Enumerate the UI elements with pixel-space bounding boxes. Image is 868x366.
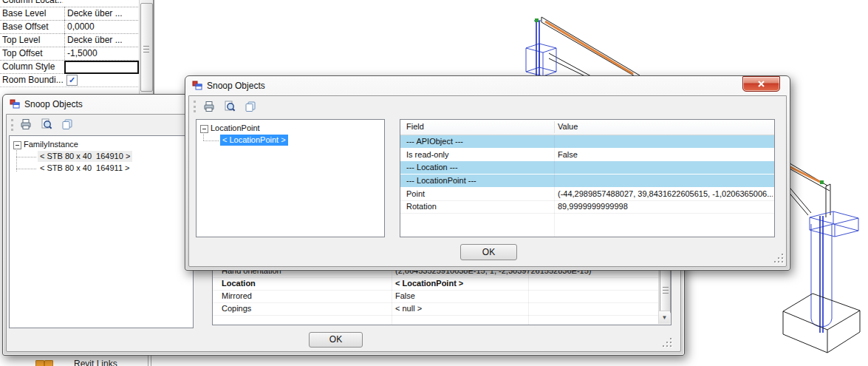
grid-row[interactable]: Mirrored False bbox=[213, 290, 671, 303]
property-label: Column Locat... bbox=[2, 0, 63, 7]
grid-cell-value: (-44,2989857488027, 39,8431622605615, -1… bbox=[558, 188, 773, 200]
property-label: Top Offset bbox=[2, 47, 63, 60]
grid-cell-field: Copings bbox=[222, 302, 251, 315]
grid-cell-field: --- Location --- bbox=[406, 161, 458, 174]
property-label: Column Style bbox=[2, 60, 63, 73]
grid-cell-value: < LocationPoint > bbox=[395, 277, 656, 290]
property-row: Top Level Decke über ... bbox=[0, 33, 138, 47]
print-preview-icon[interactable] bbox=[39, 118, 54, 131]
properties-palette: Column Locat... Base Level Decke über ..… bbox=[0, 0, 154, 95]
tree-item-selected[interactable]: < LocationPoint > bbox=[220, 135, 288, 146]
titlebar[interactable]: Snoop Objects bbox=[185, 76, 790, 95]
revit-links-icon bbox=[44, 360, 53, 366]
grid-row[interactable]: Copings < null > bbox=[213, 302, 671, 316]
grid-cell-value: 89,9999999999998 bbox=[558, 200, 773, 213]
grid-scrollbar-thumb[interactable] bbox=[660, 267, 671, 314]
endpoint-green-left bbox=[535, 18, 539, 22]
beam-orange-left bbox=[545, 21, 633, 74]
print-preview-icon[interactable] bbox=[222, 100, 237, 113]
grid-row[interactable]: Is read-only False bbox=[400, 149, 774, 162]
grid-row[interactable]: Point (-44,2989857488027, 39,84316226056… bbox=[400, 188, 774, 201]
window-icon bbox=[10, 99, 20, 109]
snoop-tree-panel: LocationPoint < LocationPoint > bbox=[196, 119, 385, 237]
property-label: Top Level bbox=[2, 33, 63, 47]
resize-grip[interactable] bbox=[663, 339, 673, 348]
tree-item[interactable]: < STB 80 x 40 164910 > bbox=[38, 151, 132, 162]
property-value[interactable]: -1,5000 bbox=[64, 47, 138, 60]
tree-root-item[interactable]: FamilyInstance bbox=[24, 139, 78, 150]
tree-connector bbox=[203, 132, 205, 140]
print-icon[interactable] bbox=[18, 118, 33, 131]
property-row: Base Level Decke über ... bbox=[0, 7, 138, 21]
tree-connector bbox=[16, 169, 36, 170]
property-label: Room Boundi... bbox=[2, 73, 63, 87]
grid-header[interactable]: Field Value bbox=[400, 120, 774, 135]
endpoint-green-right bbox=[820, 180, 824, 184]
snoop-grid-panel: Field Value --- APIObject --- Is read-on… bbox=[400, 119, 775, 237]
window-title: Snoop Objects bbox=[207, 81, 265, 91]
room-bounding-checkbox[interactable]: ✓ bbox=[66, 75, 78, 86]
grid-row-category[interactable]: --- APIObject --- bbox=[400, 135, 774, 149]
copy-icon[interactable] bbox=[60, 118, 75, 131]
close-icon bbox=[757, 81, 765, 87]
grid-cell-value: < null > bbox=[395, 302, 656, 315]
property-value[interactable]: Decke über ... bbox=[64, 33, 138, 47]
scroll-down-button[interactable]: ▼ bbox=[659, 311, 670, 324]
grid-header-field[interactable]: Field bbox=[406, 122, 424, 131]
grid-row-category[interactable]: --- LocationPoint --- bbox=[400, 174, 774, 188]
column-left bbox=[534, 21, 541, 75]
revit-links-icon bbox=[35, 360, 44, 366]
palette-border bbox=[153, 0, 154, 95]
close-button[interactable] bbox=[742, 76, 780, 92]
window-client: LocationPoint < LocationPoint > Field Va… bbox=[188, 95, 787, 267]
grid-cell-field: --- APIObject --- bbox=[406, 135, 463, 148]
snoop-objects-window-front: Snoop Objects bbox=[185, 75, 790, 271]
grid-cell-field: --- LocationPoint --- bbox=[406, 174, 476, 187]
ok-button[interactable]: OK bbox=[460, 244, 517, 260]
property-value[interactable]: Decke über ... bbox=[64, 7, 138, 20]
property-row: Base Offset 0,0000 bbox=[0, 20, 138, 34]
column-box-right bbox=[810, 211, 858, 327]
property-row: Top Offset -1,5000 bbox=[0, 47, 138, 61]
resize-grip[interactable] bbox=[775, 254, 785, 264]
grid-row-category[interactable]: --- Location --- bbox=[400, 161, 774, 174]
property-row: Column Style bbox=[0, 60, 138, 74]
grid-row[interactable]: Location < LocationPoint > bbox=[213, 277, 671, 291]
grid-header-value[interactable]: Value bbox=[558, 122, 578, 131]
window-title: Snoop Objects bbox=[24, 99, 83, 109]
down-arrow-icon: ▼ bbox=[662, 314, 668, 321]
grid-cell-value: False bbox=[558, 149, 773, 161]
window-icon bbox=[192, 81, 202, 91]
ok-button[interactable]: OK bbox=[309, 332, 363, 348]
tree-connector bbox=[203, 140, 219, 142]
property-label: Base Offset bbox=[2, 20, 63, 33]
grid-column-separator bbox=[554, 135, 555, 237]
grid-cell-value: False bbox=[395, 290, 656, 302]
copy-icon[interactable] bbox=[243, 100, 258, 113]
grid-cell-field: Location bbox=[222, 277, 256, 290]
check-icon: ✓ bbox=[69, 75, 75, 84]
toolbar-grip bbox=[194, 101, 198, 112]
grid-header-separator[interactable] bbox=[554, 121, 555, 133]
print-icon[interactable] bbox=[202, 100, 216, 113]
grid-row[interactable]: Rotation 89,9999999999998 bbox=[400, 200, 774, 214]
grid-cell-field: Point bbox=[406, 188, 425, 200]
toolbar-grip bbox=[11, 119, 16, 131]
tree-root-item[interactable]: LocationPoint bbox=[211, 123, 260, 134]
grid-cell-field: Mirrored bbox=[222, 290, 252, 302]
property-label: Base Level bbox=[2, 7, 63, 20]
palette-scrollbar[interactable] bbox=[139, 0, 154, 95]
palette-scrollbar-thumb[interactable] bbox=[140, 3, 153, 92]
grid-cell-field: Is read-only bbox=[406, 149, 448, 161]
revit-links-label: Revit Links bbox=[74, 359, 117, 366]
grid-cell-field: Rotation bbox=[406, 200, 437, 213]
column-style-input[interactable] bbox=[64, 61, 139, 74]
tree-item[interactable]: < STB 80 x 40 164911 > bbox=[40, 163, 130, 174]
property-row: Room Boundi... ✓ bbox=[0, 73, 138, 87]
revit-screen: Column Locat... Base Level Decke über ..… bbox=[0, 0, 868, 366]
footing-box bbox=[783, 294, 860, 353]
tree-connector bbox=[16, 157, 36, 158]
snoop-tree-panel: FamilyInstance < STB 80 x 40 164910 > < … bbox=[9, 135, 194, 328]
property-value[interactable]: 0,0000 bbox=[64, 20, 138, 33]
